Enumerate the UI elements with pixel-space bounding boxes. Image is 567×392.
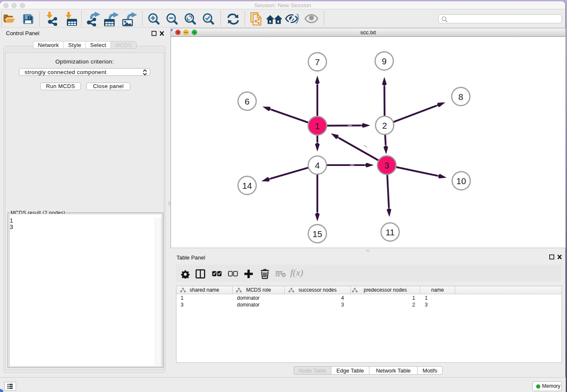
svg-text:11: 11 xyxy=(385,227,394,237)
svg-text:9: 9 xyxy=(382,56,386,66)
svg-text:4: 4 xyxy=(315,160,319,170)
svg-text:1: 1 xyxy=(315,121,319,131)
svg-text:8: 8 xyxy=(458,92,463,102)
svg-text:2: 2 xyxy=(382,121,387,130)
svg-text:10: 10 xyxy=(457,176,466,186)
svg-text:6: 6 xyxy=(245,97,249,106)
svg-text:15: 15 xyxy=(313,229,322,239)
svg-text:3: 3 xyxy=(384,160,389,170)
svg-text:14: 14 xyxy=(242,181,252,190)
svg-text:7: 7 xyxy=(315,57,319,67)
